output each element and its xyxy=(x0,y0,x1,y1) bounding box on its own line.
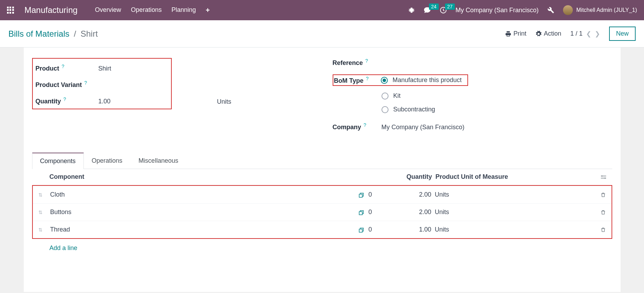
table-row[interactable]: ⇅Cloth02.00Units xyxy=(33,186,612,203)
radio-checked-icon xyxy=(381,77,388,84)
debug-icon[interactable] xyxy=(408,6,415,14)
radio-icon xyxy=(382,106,388,113)
radio-kit[interactable]: Kit xyxy=(382,92,612,100)
nav-operations[interactable]: Operations xyxy=(131,6,162,14)
pager-prev-icon[interactable]: ❮ xyxy=(586,30,591,38)
tabs: Components Operations Miscellaneous xyxy=(32,153,612,169)
radio-subcontracting[interactable]: Subcontracting xyxy=(382,106,612,113)
bom-type-label: BoM Type ? xyxy=(334,76,381,85)
print-button[interactable]: Print xyxy=(505,30,526,37)
nav-planning[interactable]: Planning xyxy=(171,6,196,14)
messages-badge: 24 xyxy=(429,3,439,10)
svg-rect-5 xyxy=(359,194,362,197)
drag-handle-icon[interactable]: ⇅ xyxy=(38,210,43,215)
cell-extra: 0 xyxy=(369,226,372,233)
gear-icon xyxy=(535,31,542,37)
cell-extra: 0 xyxy=(369,191,372,198)
nav-add-icon[interactable]: + xyxy=(206,6,210,14)
company-label: Company ? xyxy=(333,122,382,131)
external-link-icon[interactable] xyxy=(358,192,364,198)
tools-icon[interactable] xyxy=(547,6,555,14)
activities-badge: 27 xyxy=(445,3,455,10)
user-name: Mitchell Admin (JULY_1) xyxy=(576,7,637,13)
highlight-bomtype-box: BoM Type ? Manufacture this product xyxy=(333,74,468,86)
help-icon[interactable]: ? xyxy=(62,64,65,69)
delete-icon[interactable] xyxy=(600,208,606,215)
pager: 1 / 1 ❮ ❯ xyxy=(570,30,600,38)
radio-manufacture[interactable]: Manufacture this product xyxy=(381,76,462,84)
company-switcher[interactable]: My Company (San Francisco) xyxy=(456,7,539,14)
svg-rect-4 xyxy=(601,178,606,179)
breadcrumb-current: Shirt xyxy=(81,29,98,38)
activities-icon[interactable]: 27 xyxy=(439,6,447,14)
highlight-table-box: ⇅Cloth02.00Units⇅Buttons02.00Units⇅Threa… xyxy=(32,185,612,239)
help-icon[interactable]: ? xyxy=(364,122,367,128)
tab-operations[interactable]: Operations xyxy=(84,153,131,169)
avatar xyxy=(563,5,573,15)
breadcrumb-parent[interactable]: Bills of Materials xyxy=(8,29,69,38)
svg-rect-7 xyxy=(359,229,362,232)
company-value[interactable]: My Company (San Francisco) xyxy=(382,124,465,131)
col-quantity[interactable]: Quantity xyxy=(390,173,436,181)
highlight-product-box: Product ? Shirt Product Variant ? Quanti… xyxy=(32,58,172,109)
quantity-value[interactable]: 1.00 xyxy=(98,98,111,105)
add-line-button[interactable]: Add a line xyxy=(32,239,612,255)
drag-handle-icon[interactable]: ⇅ xyxy=(38,227,43,233)
user-menu[interactable]: Mitchell Admin (JULY_1) xyxy=(563,5,637,15)
apps-icon[interactable] xyxy=(7,7,14,14)
delete-icon[interactable] xyxy=(600,191,606,198)
col-component[interactable]: Component xyxy=(50,173,359,181)
cell-quantity[interactable]: 2.00 xyxy=(390,191,435,198)
external-link-icon[interactable] xyxy=(358,227,364,233)
table-row[interactable]: ⇅Buttons02.00Units xyxy=(33,203,612,221)
quantity-uom[interactable]: Units xyxy=(217,98,238,105)
new-button[interactable]: New xyxy=(609,27,636,41)
drag-handle-icon[interactable]: ⇅ xyxy=(38,192,43,198)
control-panel: Bills of Materials / Shirt Print Action … xyxy=(0,20,644,47)
tab-components[interactable]: Components xyxy=(32,153,84,169)
messages-icon[interactable]: 24 xyxy=(423,6,431,14)
form-sheet: Product ? Shirt Product Variant ? Quanti… xyxy=(24,47,621,292)
quantity-label: Quantity ? xyxy=(36,96,98,105)
radio-icon xyxy=(382,93,388,100)
delete-icon[interactable] xyxy=(600,226,606,233)
breadcrumb: Bills of Materials / Shirt xyxy=(8,29,98,39)
help-icon[interactable]: ? xyxy=(84,80,87,86)
tab-miscellaneous[interactable]: Miscellaneous xyxy=(131,153,186,169)
cell-extra: 0 xyxy=(369,208,372,215)
table-header: Component Quantity Product Unit of Measu… xyxy=(32,169,612,185)
cell-quantity[interactable]: 1.00 xyxy=(390,226,435,233)
cell-component[interactable]: Thread xyxy=(50,226,358,233)
product-label: Product ? xyxy=(36,64,98,72)
pager-text[interactable]: 1 / 1 xyxy=(570,30,583,37)
svg-rect-2 xyxy=(601,176,606,177)
product-value[interactable]: Shirt xyxy=(98,65,111,72)
reference-label: Reference ? xyxy=(333,58,382,67)
top-navbar: Manufacturing Overview Operations Planni… xyxy=(0,0,644,20)
variant-label: Product Variant ? xyxy=(36,80,98,89)
columns-settings-icon[interactable] xyxy=(593,173,607,181)
pager-next-icon[interactable]: ❯ xyxy=(595,30,600,38)
cell-component[interactable]: Cloth xyxy=(50,191,358,198)
svg-rect-6 xyxy=(359,212,362,215)
table-row[interactable]: ⇅Thread01.00Units xyxy=(33,221,612,238)
cell-uom[interactable]: Units xyxy=(435,208,592,216)
external-link-icon[interactable] xyxy=(358,209,364,215)
help-icon[interactable]: ? xyxy=(366,76,369,81)
action-button[interactable]: Action xyxy=(535,30,561,37)
col-uom[interactable]: Product Unit of Measure xyxy=(436,173,593,181)
nav-overview[interactable]: Overview xyxy=(95,6,121,14)
app-title[interactable]: Manufacturing xyxy=(24,5,77,15)
cell-uom[interactable]: Units xyxy=(435,226,592,233)
cell-uom[interactable]: Units xyxy=(435,191,592,198)
print-icon xyxy=(505,31,511,37)
help-icon[interactable]: ? xyxy=(365,58,368,64)
help-icon[interactable]: ? xyxy=(64,96,66,102)
cell-quantity[interactable]: 2.00 xyxy=(390,208,435,216)
cell-component[interactable]: Buttons xyxy=(50,208,358,216)
